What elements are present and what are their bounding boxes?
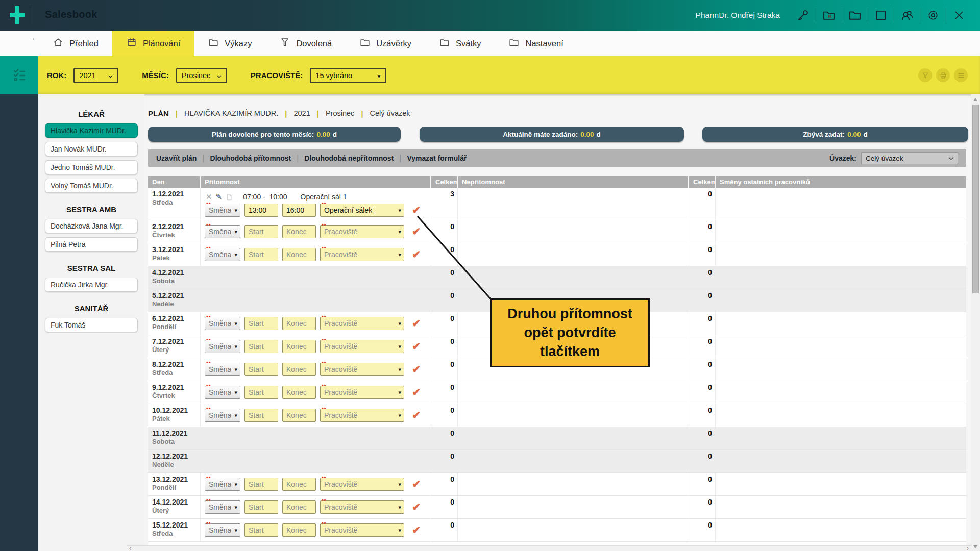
workplace-filter-select[interactable]: 15 vybráno ▼ <box>310 68 386 83</box>
end-time-input[interactable]: Konec <box>282 500 316 514</box>
confirm-check-button[interactable]: ✔ <box>412 478 421 490</box>
scroll-left-arrow-icon[interactable]: ‹ <box>129 544 131 551</box>
end-time-input[interactable]: Konec <box>282 225 316 238</box>
confirm-check-button[interactable]: ✔ <box>412 386 421 398</box>
tab-uzaverky[interactable]: Uzávěrky <box>346 31 425 56</box>
collapse-arrow-icon[interactable]: → <box>29 34 36 42</box>
folder-icon[interactable] <box>847 8 863 22</box>
workplace-select[interactable]: ••Pracoviště▾ <box>320 248 404 261</box>
start-time-input[interactable]: Start <box>244 225 278 238</box>
toolbar-action[interactable]: Vymazat formulář <box>407 154 467 162</box>
key-icon[interactable] <box>795 8 811 22</box>
sidebar-item-staff[interactable]: Jan Novák MUDr. <box>45 142 138 156</box>
filter-icon-button[interactable] <box>918 68 932 82</box>
workplace-select[interactable]: ••Pracoviště▾ <box>320 340 404 353</box>
workplace-select[interactable]: ••Pracoviště▾ <box>320 317 404 330</box>
vertical-scrollbar[interactable] <box>971 94 980 551</box>
sidebar-item-staff[interactable]: Hlavička Kazimír MUDr. <box>45 123 138 138</box>
start-time-input[interactable]: Start <box>244 340 278 353</box>
end-time-input[interactable]: Konec <box>282 363 316 376</box>
workplace-select[interactable]: ••Pracoviště▾ <box>320 523 404 537</box>
shift-select[interactable]: ••Směna▾ <box>205 386 240 399</box>
maximize-icon[interactable] <box>873 8 889 22</box>
sidebar-item-staff[interactable]: Fuk Tomáš <box>45 318 138 332</box>
toolbar-action[interactable]: Uzavřít plán <box>156 154 197 162</box>
start-time-input[interactable]: Start <box>244 409 278 422</box>
end-time-input[interactable]: Konec <box>282 478 316 491</box>
start-time-input[interactable]: Start <box>244 478 278 491</box>
total-absence-cell: 0 <box>689 404 716 427</box>
end-time-input[interactable]: Konec <box>282 409 316 422</box>
end-time-input[interactable]: Konec <box>282 317 316 330</box>
month-select[interactable]: Prosinec <box>176 68 227 83</box>
users-icon[interactable] <box>899 8 915 22</box>
presence-form: ••Směna▾ Start Konec ••Pracoviště▾ ✔ <box>205 500 421 514</box>
sidebar-item-staff[interactable]: Docházková Jana Mgr. <box>45 219 138 233</box>
end-time-input[interactable]: 16:00 <box>282 204 316 217</box>
shift-select[interactable]: ••Směna▾ <box>205 363 240 376</box>
workplace-select[interactable]: ••Pracoviště▾ <box>320 478 404 491</box>
confirm-check-button[interactable]: ✔ <box>412 340 421 353</box>
confirm-check-button[interactable]: ✔ <box>412 524 421 536</box>
start-time-input[interactable]: Start <box>244 523 278 537</box>
end-time-input[interactable]: Konec <box>282 340 316 353</box>
tab-svatky[interactable]: Svátky <box>425 31 495 56</box>
toolbar-action[interactable]: Dlouhodobá přítomnost <box>210 154 291 162</box>
shift-select[interactable]: ••Směna▾ <box>205 225 240 238</box>
end-time-input[interactable]: Konec <box>282 386 316 399</box>
tab-planovani[interactable]: Plánování <box>112 31 194 56</box>
sidebar-item-staff[interactable]: Jedno Tomáš MUDr. <box>45 160 138 174</box>
start-time-input[interactable]: Start <box>244 500 278 514</box>
scroll-down-arrow-icon[interactable] <box>973 545 977 548</box>
shift-select[interactable]: ••Směna▾ <box>205 248 240 261</box>
tab-vykazy[interactable]: Výkazy <box>194 31 265 56</box>
folder-n-icon[interactable]: N <box>821 8 837 22</box>
tab-prehled[interactable]: Přehled <box>39 31 112 56</box>
shift-select[interactable]: ••Směna▾ <box>205 317 240 330</box>
start-time-input[interactable]: Start <box>244 248 278 261</box>
shift-select[interactable]: ••Směna▾ <box>205 523 240 537</box>
end-time-input[interactable]: Konec <box>282 523 316 537</box>
edit-entry-icon[interactable]: ✎ <box>216 192 223 202</box>
year-select[interactable]: 2021 <box>74 68 118 83</box>
workplace-select[interactable]: ••Pracoviště▾ <box>320 409 404 422</box>
confirm-check-button[interactable]: ✔ <box>412 226 421 238</box>
tab-nastaveni[interactable]: Nastavení <box>495 31 577 56</box>
start-time-input[interactable]: Start <box>244 386 278 399</box>
scroll-up-arrow-icon[interactable] <box>973 98 977 101</box>
shift-select[interactable]: ••Směna▾ <box>205 409 240 422</box>
workplace-select[interactable]: ••Pracoviště▾ <box>320 363 404 376</box>
workplace-select[interactable]: ••Pracoviště▾ <box>320 386 404 399</box>
sidebar-toggle-button[interactable] <box>0 56 38 94</box>
confirm-check-button[interactable]: ✔ <box>412 363 421 375</box>
confirm-check-button[interactable]: ✔ <box>412 204 421 216</box>
shift-select[interactable]: ••Směna▾ <box>205 478 240 491</box>
toolbar-action[interactable]: Dlouhodobá nepřítomnost <box>304 154 394 162</box>
confirm-check-button[interactable]: ✔ <box>412 317 421 330</box>
start-time-input[interactable]: Start <box>244 317 278 330</box>
confirm-check-button[interactable]: ✔ <box>412 501 421 513</box>
print-button[interactable] <box>936 68 950 82</box>
start-time-input[interactable]: Start <box>244 363 278 376</box>
vertical-scrollbar-thumb[interactable] <box>972 105 979 293</box>
start-time-input[interactable]: 13:00 <box>244 204 278 217</box>
end-time-input[interactable]: Konec <box>282 248 316 261</box>
sidebar-item-staff[interactable]: Volný Tomáš MUDr. <box>45 179 138 193</box>
workplace-select[interactable]: ••Pracoviště▾ <box>320 225 404 238</box>
workplace-select[interactable]: ••Pracoviště▾ <box>320 500 404 514</box>
horizontal-scrollbar[interactable]: ‹ › <box>127 545 971 551</box>
confirm-check-button[interactable]: ✔ <box>412 248 421 261</box>
workplace-select[interactable]: ••Operační sálek▾ <box>320 204 404 217</box>
close-icon[interactable] <box>951 9 967 22</box>
shift-select[interactable]: ••Směna▾ <box>205 500 240 514</box>
menu-button[interactable] <box>954 68 968 82</box>
shift-select[interactable]: ••Směna▾ <box>205 340 240 353</box>
shift-select[interactable]: ••Směna▾ <box>205 204 240 217</box>
sidebar-item-staff[interactable]: Pilná Petra <box>45 237 138 252</box>
scroll-right-arrow-icon[interactable]: › <box>967 544 969 551</box>
tab-dovolena[interactable]: Dovolená <box>265 31 346 56</box>
settings-icon[interactable] <box>925 8 941 22</box>
uvazek-select[interactable]: Celý úvazek <box>861 152 958 164</box>
sidebar-item-staff[interactable]: Ručička Jirka Mgr. <box>45 278 138 292</box>
confirm-check-button[interactable]: ✔ <box>412 409 421 421</box>
